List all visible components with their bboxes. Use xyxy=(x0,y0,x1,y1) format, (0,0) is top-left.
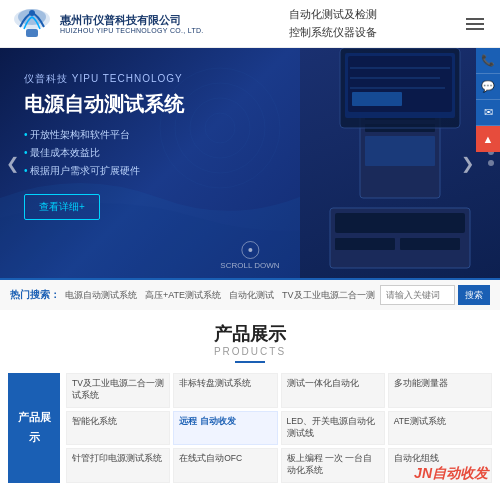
section-header: 产品展示 PRODUCTS xyxy=(0,322,500,363)
product-item[interactable]: 在线式自动OFC xyxy=(173,448,277,483)
hero-content: 仪普科技 YIPU TECHNOLOGY 电源自动测试系统 • 开放性架构和软件… xyxy=(24,72,184,220)
header-nav-text: 自动化测试及检测 控制系统仪器设备 xyxy=(289,6,377,41)
hot-tag-3[interactable]: 自动化测试 xyxy=(229,289,274,302)
search-button[interactable]: 搜索 xyxy=(458,285,490,305)
svg-rect-3 xyxy=(26,29,38,37)
hero-cta-button[interactable]: 查看详细+ xyxy=(24,194,100,220)
nav-dot-3[interactable] xyxy=(488,160,494,166)
logo-area: 惠州市仪普科技有限公司 HUIZHOU YIPU TECHNOLOGY CO.,… xyxy=(12,7,204,41)
hamburger-menu[interactable] xyxy=(462,14,488,34)
hot-search-bar: 热门搜索： 电源自动测试系统 高压+ATE测试系统 自动化测试 TV及工业电源二… xyxy=(0,278,500,310)
svg-point-7 xyxy=(175,83,265,173)
product-sidebar: 产品展示 xyxy=(8,373,60,483)
hamburger-line xyxy=(466,23,484,25)
hot-tag-2[interactable]: 高压+ATE测试系统 xyxy=(145,289,221,302)
scroll-top-btn[interactable]: ▲ xyxy=(476,126,500,152)
product-area: 产品展示 TV及工业电源二合一测试系统 非标转盘测试系统 测试一体化自动化 多功… xyxy=(0,373,500,483)
chat-btn[interactable]: 💬 xyxy=(476,74,500,100)
hero-section: 仪普科技 YIPU TECHNOLOGY 电源自动测试系统 • 开放性架构和软件… xyxy=(0,48,500,278)
section-divider xyxy=(235,361,265,363)
product-item[interactable]: 板上编程 一次 一台自动化系统 xyxy=(281,448,385,483)
svg-point-9 xyxy=(205,113,235,143)
products-section: 产品展示 PRODUCTS 产品展示 TV及工业电源二合一测试系统 非标转盘测试… xyxy=(0,310,500,491)
brand-logo: JN自动收发 xyxy=(414,465,488,483)
hamburger-line xyxy=(466,18,484,20)
float-buttons: 📞 💬 ✉ ▲ xyxy=(476,48,500,152)
product-item[interactable]: 智能化系统 xyxy=(66,411,170,446)
hero-bullet-1: • 开放性架构和软件平台 xyxy=(24,126,184,144)
email-btn[interactable]: ✉ xyxy=(476,100,500,126)
product-item[interactable]: TV及工业电源二合一测试系统 xyxy=(66,373,170,408)
hot-tag-1[interactable]: 电源自动测试系统 xyxy=(65,289,137,302)
product-item[interactable]: 针管打印电源测试系统 xyxy=(66,448,170,483)
hero-bullets: • 开放性架构和软件平台 • 最佳成本效益比 • 根据用户需求可扩展硬件 xyxy=(24,126,184,180)
scroll-down-indicator: SCROLL DOWN xyxy=(220,241,279,270)
search-input[interactable] xyxy=(380,285,455,305)
svg-rect-24 xyxy=(352,92,402,106)
product-item[interactable]: 多功能测量器 xyxy=(388,373,492,408)
product-item[interactable]: ATE测试系统 xyxy=(388,411,492,446)
hero-bullet-3: • 根据用户需求可扩展硬件 xyxy=(24,162,184,180)
svg-rect-27 xyxy=(335,238,395,250)
phone-btn[interactable]: 📞 xyxy=(476,48,500,74)
section-title-en: PRODUCTS xyxy=(0,346,500,357)
svg-rect-26 xyxy=(335,213,465,233)
hot-tags: 电源自动测试系统 高压+ATE测试系统 自动化测试 TV及工业电源二合一测试系统 xyxy=(65,289,375,302)
scroll-dot xyxy=(248,248,252,252)
section-title-cn: 产品展示 xyxy=(0,322,500,346)
hero-bullet-2: • 最佳成本效益比 xyxy=(24,144,184,162)
logo-text: 惠州市仪普科技有限公司 HUIZHOU YIPU TECHNOLOGY CO.,… xyxy=(60,13,204,34)
scroll-circle xyxy=(241,241,259,259)
svg-rect-28 xyxy=(400,238,460,250)
svg-rect-17 xyxy=(365,136,435,166)
search-box: 搜索 xyxy=(380,285,490,305)
hamburger-line xyxy=(466,28,484,30)
hot-search-label: 热门搜索： xyxy=(10,288,60,302)
hero-title: 电源自动测试系统 xyxy=(24,92,184,116)
product-item[interactable]: 测试一体化自动化 xyxy=(281,373,385,408)
header: 惠州市仪普科技有限公司 HUIZHOU YIPU TECHNOLOGY CO.,… xyxy=(0,0,500,48)
svg-point-8 xyxy=(190,98,250,158)
hot-tag-4[interactable]: TV及工业电源二合一测试系统 xyxy=(282,289,375,302)
product-item[interactable]: 非标转盘测试系统 xyxy=(173,373,277,408)
hero-arrow-left[interactable]: ❮ xyxy=(6,154,19,173)
product-item[interactable]: LED、开关电源自动化测试线 xyxy=(281,411,385,446)
product-item[interactable]: 远程 自动收发 xyxy=(173,411,277,446)
brand-watermark: JN自动收发 xyxy=(414,465,488,483)
hero-subtitle: 仪普科技 YIPU TECHNOLOGY xyxy=(24,72,184,86)
hero-arrow-right[interactable]: ❯ xyxy=(461,154,474,173)
logo-icon xyxy=(12,7,52,41)
logo-en: HUIZHOU YIPU TECHNOLOGY CO., LTD. xyxy=(60,27,204,34)
logo-cn: 惠州市仪普科技有限公司 xyxy=(60,13,204,27)
svg-point-2 xyxy=(29,10,35,16)
